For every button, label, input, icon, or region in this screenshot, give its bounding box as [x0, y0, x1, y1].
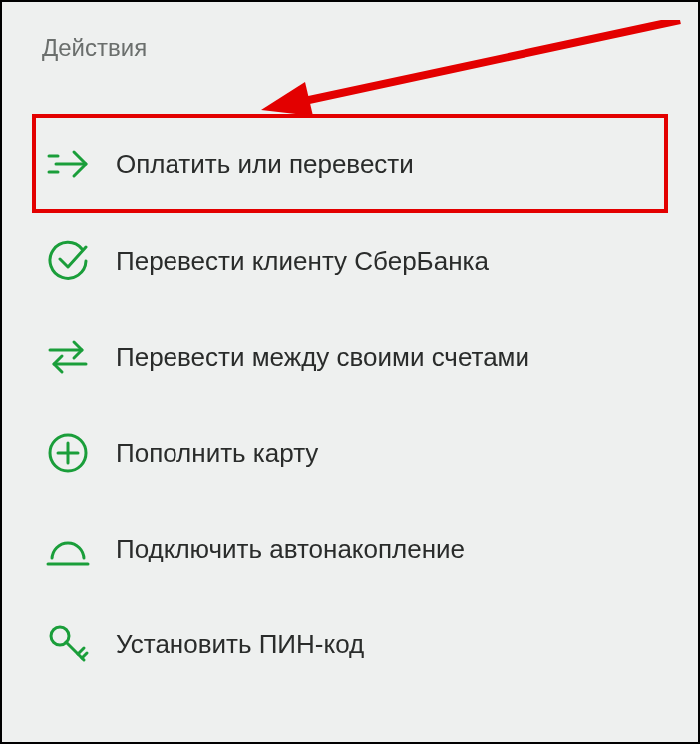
menu-item-label: Пополнить карту [116, 438, 318, 469]
menu-item-label: Установить ПИН-код [116, 629, 364, 660]
swap-icon [44, 333, 92, 381]
section-title: Действия [42, 34, 147, 62]
menu-item-label: Подключить автонакопление [116, 534, 465, 564]
menu-item-label: Оплатить или перевести [116, 149, 414, 180]
svg-marker-1 [261, 82, 313, 116]
auto-save-icon [44, 525, 92, 572]
actions-panel: Действия Оплатить или перевести [0, 0, 700, 744]
svg-line-13 [78, 648, 84, 654]
menu-item-label: Перевести между своими счетами [116, 342, 529, 373]
menu-item-auto-save[interactable]: Подключить автонакопление [32, 501, 668, 596]
menu-item-transfer-own[interactable]: Перевести между своими счетами [32, 309, 668, 405]
svg-line-0 [281, 20, 680, 106]
menu-item-pay-transfer[interactable]: Оплатить или перевести [32, 114, 668, 213]
plus-circle-icon [44, 429, 92, 477]
annotation-arrow [261, 20, 690, 120]
check-circle-icon [44, 237, 92, 285]
actions-menu: Оплатить или перевести Перевести клиенту… [32, 114, 668, 692]
menu-item-topup-card[interactable]: Пополнить карту [32, 405, 668, 501]
menu-item-transfer-client[interactable]: Перевести клиенту СберБанка [32, 213, 668, 309]
menu-item-label: Перевести клиенту СберБанка [116, 246, 489, 277]
key-icon [44, 620, 92, 668]
arrow-right-icon [44, 140, 92, 187]
svg-line-14 [82, 653, 87, 658]
menu-item-set-pin[interactable]: Установить ПИН-код [32, 596, 668, 692]
